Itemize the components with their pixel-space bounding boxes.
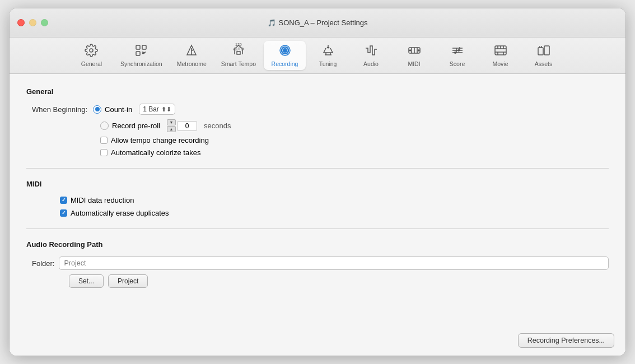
tab-assets-label: Assets [535,60,553,67]
svg-rect-35 [538,48,543,55]
audio-section-title: Audio Recording Path [26,240,609,249]
window-title: 🎵 SONG_A – Project Settings [268,18,368,27]
when-beginning-label: When Beginning: [32,105,87,114]
record-icon [278,44,292,59]
preroll-value: 0 [177,121,197,131]
erase-duplicates-checkbox[interactable] [60,209,67,217]
tab-recording[interactable]: Recording [264,41,306,70]
midi-reduction-row: MIDI data reduction [26,196,609,204]
tab-audio[interactable]: Audio [350,41,392,70]
smart-tempo-icon: 120AUTO [232,44,245,59]
tab-score[interactable]: Score [436,41,478,70]
folder-row: Folder: [26,256,609,270]
window: 🎵 SONG_A – Project Settings General [10,8,625,356]
tab-midi-label: MIDI [408,60,420,67]
tab-movie[interactable]: Movie [479,41,521,70]
tab-synchronization[interactable]: Synchronization [114,41,169,70]
stepper-buttons: ▼ ▲ [167,119,176,132]
tab-general[interactable]: General [71,41,113,70]
stepper-up-btn[interactable]: ▲ [167,126,176,132]
assets-icon [537,44,550,59]
erase-duplicates-label: Automatically erase duplicates [71,209,169,217]
gear-icon [85,44,98,59]
close-button[interactable] [17,19,25,26]
tuning-icon [321,44,335,59]
tab-midi[interactable]: MIDI [393,41,435,70]
tab-tuning-label: Tuning [319,60,337,67]
general-section: General When Beginning: Count-in 1 Bar ⬆… [26,87,609,157]
toolbar: General Synchronization [10,38,625,74]
tab-score-label: Score [450,60,465,67]
chevron-updown-icon: ⬆⬇ [161,106,171,113]
tab-smart-tempo-label: Smart Tempo [221,60,256,67]
preroll-radio[interactable] [100,122,109,130]
midi-section-title: MIDI [26,180,609,188]
footer: Recording Preferences... [10,328,625,356]
maximize-button[interactable] [41,19,48,26]
audio-section: Audio Recording Path Folder: Set... Proj… [26,240,609,288]
tab-metronome[interactable]: Metronome [170,41,213,70]
project-button[interactable]: Project [108,274,148,288]
tab-tuning[interactable]: Tuning [307,41,349,70]
score-icon [451,44,464,59]
title-icon: 🎵 [268,19,276,27]
tab-audio-label: Audio [363,60,379,67]
erase-duplicates-row: Automatically erase duplicates [26,209,609,217]
tab-general-label: General [81,60,102,67]
svg-rect-3 [136,52,140,55]
count-in-label: Count-in [105,105,132,114]
folder-input[interactable] [59,256,609,270]
svg-rect-36 [544,46,549,55]
svg-point-19 [418,50,419,51]
set-button[interactable]: Set... [69,274,104,288]
midi-divider [26,228,609,229]
folder-label: Folder: [32,259,54,268]
count-in-select[interactable]: 1 Bar ⬆⬇ [139,104,175,115]
allow-tempo-row: Allow tempo change recording [26,136,609,144]
preroll-row: Record pre-roll ▼ ▲ 0 seconds [26,119,609,132]
audio-icon [365,44,378,59]
svg-point-18 [409,50,410,51]
midi-reduction-label: MIDI data reduction [71,196,134,204]
allow-tempo-checkbox[interactable] [100,137,108,144]
count-in-radio-label[interactable]: Count-in [93,105,132,114]
recording-preferences-button[interactable]: Recording Preferences... [518,333,614,348]
count-in-value: 1 Bar [143,105,159,113]
tab-metronome-label: Metronome [177,60,207,67]
count-in-radio[interactable] [93,105,101,114]
traffic-lights [17,19,48,26]
minimize-button[interactable] [29,19,36,26]
seconds-label: seconds [204,122,231,130]
midi-section: MIDI MIDI data reduction Automatically e… [26,180,609,217]
auto-colorize-checkbox[interactable] [100,149,108,156]
sync-icon [134,44,148,59]
general-section-title: General [26,87,609,96]
tab-smart-tempo[interactable]: 120AUTO Smart Tempo [214,41,263,70]
general-divider [26,168,609,169]
titlebar: 🎵 SONG_A – Project Settings [10,8,625,38]
auto-colorize-row: Automatically colorize takes [26,148,609,157]
allow-tempo-label: Allow tempo change recording [111,136,209,144]
midi-icon [408,44,421,59]
tab-recording-label: Recording [272,60,298,67]
tab-assets[interactable]: Assets [522,41,564,70]
stepper-down-btn[interactable]: ▼ [167,119,176,125]
content-area: General When Beginning: Count-in 1 Bar ⬆… [10,74,625,328]
midi-reduction-checkbox[interactable] [60,197,67,204]
preroll-stepper: ▼ ▲ 0 [167,119,197,132]
tab-sync-label: Synchronization [120,60,162,67]
svg-point-0 [90,49,93,52]
movie-icon [494,44,507,59]
svg-rect-2 [142,45,146,49]
tab-movie-label: Movie [493,60,508,67]
preroll-label: Record pre-roll [112,122,160,130]
svg-rect-1 [136,45,140,49]
when-beginning-row: When Beginning: Count-in 1 Bar ⬆⬇ [26,104,609,115]
auto-colorize-label: Automatically colorize takes [111,148,200,157]
metronome-icon [185,44,198,59]
svg-point-9 [283,48,287,53]
audio-buttons-row: Set... Project [26,274,609,288]
